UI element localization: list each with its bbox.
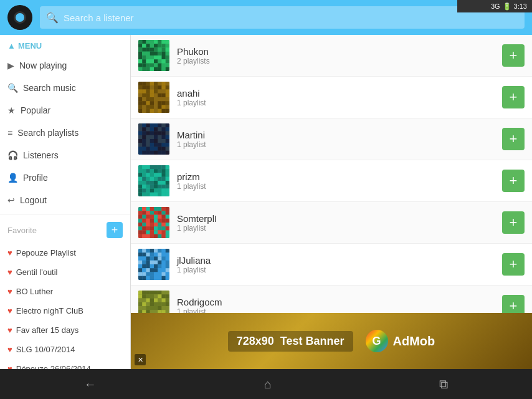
recent-button[interactable]: ⧉ (427, 372, 460, 397)
sidebar-item-search-playlists[interactable]: ≡ Search playlists (0, 122, 130, 144)
add-listener-button[interactable]: + (502, 86, 525, 108)
logout-icon: ↩ (7, 195, 15, 205)
heart-icon: ♥ (7, 306, 12, 315)
back-button[interactable]: ← (72, 372, 109, 397)
sidebar-item-popular[interactable]: ★ Popular (0, 99, 130, 122)
ad-banner: ✕ 728x90 Test Banner G AdMob (131, 313, 532, 369)
sidebar-item-profile[interactable]: 👤 Profile (0, 166, 130, 189)
home-button[interactable]: ⌂ (252, 372, 284, 397)
clock: 3:13 (514, 2, 527, 10)
avatar (138, 207, 169, 238)
search-listener-input[interactable] (64, 12, 518, 23)
add-listener-button[interactable]: + (502, 44, 525, 67)
add-listener-button[interactable]: + (502, 253, 525, 276)
fav-item-fav-after-15[interactable]: ♥ Fav after 15 days (0, 320, 130, 340)
add-listener-button[interactable]: + (502, 211, 525, 234)
avatar (138, 123, 169, 155)
signal-indicator: 3G (491, 2, 500, 10)
favorites-header: Favorite + (0, 217, 130, 243)
list-item[interactable]: prizm 1 playlist + (131, 160, 532, 202)
listener-info: prizm 1 playlist (177, 171, 495, 191)
list-item[interactable]: Phukon 2 playlists + (131, 35, 532, 77)
sidebar-item-now-playing[interactable]: ▶ Now playing (0, 54, 130, 77)
heart-icon: ♥ (7, 287, 12, 296)
avatar (138, 40, 169, 71)
banner-text: 728x90 Test Banner (228, 331, 353, 352)
admob-label: AdMob (393, 334, 435, 349)
search-bar[interactable]: 🔍 (40, 6, 525, 29)
fav-item-pepouze-june[interactable]: ♥ Pépouze 26/06/2014 (0, 359, 130, 369)
listener-info: jlJuliana 1 playlist (177, 255, 495, 274)
add-favorite-button[interactable]: + (107, 222, 123, 238)
user-icon: 👤 (7, 173, 18, 183)
fav-item-gentil-loutil[interactable]: ♥ Gentil l'outil (0, 262, 130, 282)
fav-item-bo-luther[interactable]: ♥ BO Luther (0, 282, 130, 301)
list-item[interactable]: jlJuliana 1 playlist + (131, 244, 532, 286)
listener-info: Phukon 2 playlists (177, 46, 495, 65)
avatar (138, 165, 169, 196)
heart-icon: ♥ (7, 364, 12, 369)
avatar (138, 249, 169, 280)
listener-info: anahi 1 playlist (177, 88, 495, 107)
list-icon: ≡ (7, 128, 12, 138)
chevron-up-icon: ▲ (7, 41, 16, 50)
avatar (138, 82, 169, 113)
play-icon: ▶ (7, 60, 14, 70)
sidebar-item-listeners[interactable]: 🎧 Listeners (0, 144, 130, 166)
battery-icon: 🔋 (503, 2, 511, 11)
banner-close-button[interactable]: ✕ (135, 354, 146, 365)
heart-icon: ♥ (7, 345, 12, 354)
search-icon: 🔍 (46, 12, 59, 24)
sidebar-item-logout[interactable]: ↩ Logout (0, 189, 130, 211)
list-item[interactable]: Martini 1 playlist + (131, 118, 532, 160)
sidebar: ▲ MENU ▶ Now playing 🔍 Search music ★ Po… (0, 35, 131, 369)
sidebar-divider (0, 214, 130, 214)
bottom-nav: ← ⌂ ⧉ (0, 369, 532, 399)
status-bar: 3G 🔋 3:13 (457, 0, 532, 12)
admob-g-icon: G (366, 330, 388, 352)
top-bar: 🔍 (0, 0, 532, 35)
search-music-icon: 🔍 (7, 83, 18, 93)
fav-item-electro-night-club[interactable]: ♥ Electro nighT CluB (0, 301, 130, 320)
fav-item-slg[interactable]: ♥ SLG 10/07/2014 (0, 340, 130, 359)
listener-info: Martini 1 playlist (177, 130, 495, 149)
app-logo (7, 5, 32, 30)
sidebar-item-search-music[interactable]: 🔍 Search music (0, 77, 130, 99)
headphones-icon: 🎧 (7, 150, 18, 160)
list-item[interactable]: anahi 1 playlist + (131, 77, 532, 118)
add-listener-button[interactable]: + (502, 128, 525, 150)
admob-logo: G AdMob (366, 330, 435, 352)
heart-icon: ♥ (7, 325, 12, 335)
list-item[interactable]: SomterplI 1 playlist + (131, 202, 532, 244)
listener-info: SomterplI 1 playlist (177, 213, 495, 233)
fav-item-pepouze-playlist[interactable]: ♥ Pepouze Playlist (0, 243, 130, 262)
heart-icon: ♥ (7, 248, 12, 257)
add-listener-button[interactable]: + (502, 170, 525, 192)
star-icon: ★ (7, 105, 16, 115)
heart-icon: ♥ (7, 267, 12, 277)
menu-header: ▲ MENU (0, 35, 130, 54)
